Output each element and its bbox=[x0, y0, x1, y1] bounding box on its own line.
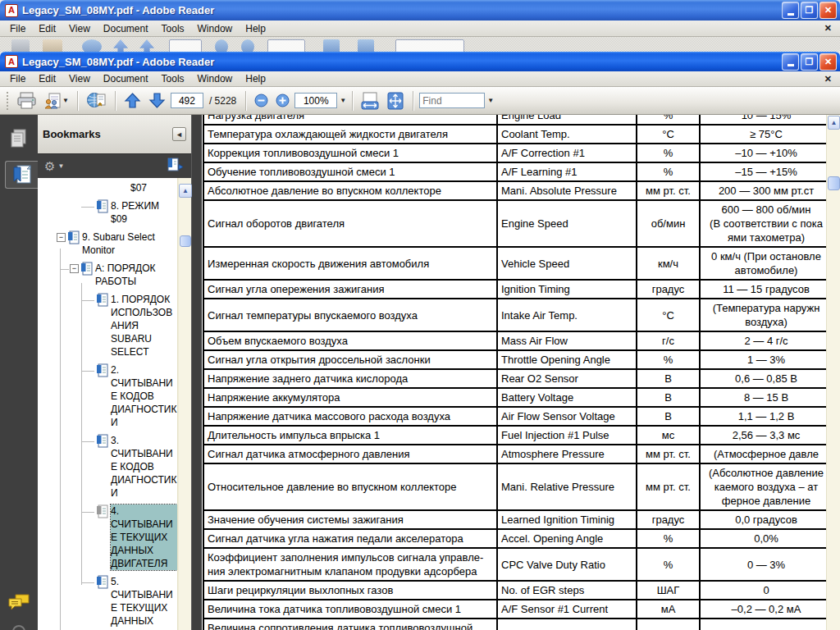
toolbar-grip[interactable] bbox=[6, 91, 10, 111]
bookmarks-scrollbar[interactable]: ▲ bbox=[178, 178, 191, 630]
scroll-up-button[interactable]: ▲ bbox=[828, 116, 840, 130]
expand-current-bookmark-button[interactable] bbox=[167, 158, 185, 176]
param-description-ru: Напряжение аккумулятора bbox=[203, 388, 497, 407]
bookmark-label: 9. Subaru Select Monitor bbox=[82, 231, 174, 257]
bookmark-item[interactable]: $07 bbox=[38, 181, 177, 194]
menu-view[interactable]: View bbox=[62, 21, 97, 36]
expander-minus-icon[interactable]: − bbox=[57, 233, 66, 242]
fit-page-button[interactable] bbox=[384, 90, 407, 112]
menubar-close-icon[interactable]: ✕ bbox=[824, 23, 837, 34]
ghost-zoom-out-icon bbox=[215, 39, 228, 52]
menu-view[interactable]: View bbox=[62, 71, 97, 86]
zoom-in-button[interactable] bbox=[273, 92, 292, 109]
find-input[interactable] bbox=[419, 93, 485, 108]
param-unit: Ом bbox=[637, 619, 700, 630]
print-button[interactable] bbox=[15, 90, 39, 111]
panel-resize-handle[interactable] bbox=[191, 115, 202, 630]
bookmarks-panel-button[interactable] bbox=[5, 161, 38, 189]
param-description-ru: Объем впускаемого воздуха bbox=[203, 331, 497, 350]
bookmark-item[interactable]: 5. СЧИТЫВАНИЕ ТЕКУЩИХ ДАННЫХ ДВИГАТЕЛЯ bbox=[38, 575, 177, 630]
chevron-down-icon[interactable]: ▼ bbox=[57, 162, 64, 170]
param-name-en: Fuel Injection #1 Pulse bbox=[497, 426, 637, 445]
menu-tools[interactable]: Tools bbox=[155, 71, 191, 86]
zoom-level-select[interactable]: 100% bbox=[294, 93, 337, 108]
comments-icon bbox=[7, 593, 30, 613]
param-unit: об/мин bbox=[637, 200, 700, 247]
window-titlebar[interactable]: A Legacy_SM_08MY.pdf - Adobe Reader ❐ ✕ bbox=[0, 52, 840, 71]
pages-panel-button[interactable] bbox=[5, 125, 33, 153]
close-button[interactable]: ✕ bbox=[819, 2, 837, 19]
bookmarks-panel-header: Bookmarks ◄ bbox=[38, 115, 191, 154]
bookmark-page-icon bbox=[80, 262, 93, 279]
scrollbar-thumb[interactable] bbox=[828, 176, 840, 190]
comments-panel-button[interactable] bbox=[5, 589, 33, 617]
toolbar-separator bbox=[115, 91, 116, 111]
table-row: Коррекция топливовоздушной смеси 1 A/F C… bbox=[203, 144, 826, 162]
ghost-zoom-field bbox=[267, 39, 305, 52]
toolbar-separator bbox=[77, 91, 78, 111]
expand-bookmark-icon bbox=[167, 158, 185, 172]
bookmark-item[interactable]: 1. ПОРЯДОК ИСПОЛЬЗОВ АНИЯ SUBARU SELECT bbox=[38, 293, 177, 358]
ghost-zoom-in-icon bbox=[241, 39, 254, 52]
ghost-email-icon bbox=[43, 39, 62, 52]
menu-window[interactable]: Window bbox=[191, 71, 240, 86]
bookmark-item[interactable]: 3. СЧИТЫВАНИЕ КОДОВ ДИАГНОСТИКИ bbox=[38, 434, 177, 500]
minimize-button[interactable] bbox=[782, 2, 799, 19]
menu-window[interactable]: Window bbox=[191, 21, 240, 36]
email-button[interactable]: ▼ bbox=[41, 91, 71, 111]
param-unit: % bbox=[637, 529, 700, 548]
bookmark-item[interactable]: − А: ПОРЯДОК РАБОТЫ bbox=[38, 262, 177, 288]
close-button[interactable]: ✕ bbox=[819, 53, 837, 71]
background-window-titlebar[interactable]: A Legacy_SM_08MY.pdf - Adobe Reader ❐ ✕ bbox=[0, 0, 840, 21]
menu-document[interactable]: Document bbox=[97, 71, 155, 86]
pages-icon bbox=[9, 128, 29, 149]
menu-tools[interactable]: Tools bbox=[155, 21, 191, 36]
menu-help[interactable]: Help bbox=[239, 71, 272, 86]
fit-width-button[interactable] bbox=[358, 90, 381, 112]
spec-table: Нагрузка двигателя Engine Load % 10 — 15… bbox=[203, 115, 826, 630]
fit-width-icon bbox=[361, 92, 379, 110]
bookmarks-toolbar: ⚙ ▼ bbox=[38, 154, 191, 178]
next-page-button[interactable] bbox=[146, 90, 168, 111]
options-gear-icon[interactable]: ⚙ bbox=[44, 160, 55, 172]
param-description-ru: Сигнал датчика атмосферного давления bbox=[203, 445, 497, 463]
attachments-panel-button[interactable] bbox=[12, 625, 25, 630]
collapse-panel-button[interactable]: ◄ bbox=[172, 127, 186, 141]
page-number-input[interactable] bbox=[171, 93, 203, 108]
menubar-close-icon[interactable]: ✕ bbox=[824, 74, 837, 84]
restore-button[interactable]: ❐ bbox=[801, 2, 818, 19]
scrollbar-thumb[interactable] bbox=[180, 235, 191, 247]
menu-edit[interactable]: Edit bbox=[32, 21, 62, 36]
param-description-ru: Температура охлаждающей жидкости двигате… bbox=[203, 125, 497, 144]
restore-button[interactable]: ❐ bbox=[801, 53, 818, 71]
menu-help[interactable]: Help bbox=[239, 21, 272, 36]
expander-minus-icon[interactable]: − bbox=[70, 264, 79, 273]
param-name-en: A/F Sensor #1 Current bbox=[497, 600, 637, 619]
bookmark-label: 3. СЧИТЫВАНИЕ КОДОВ ДИАГНОСТИКИ bbox=[111, 434, 177, 500]
bookmark-item[interactable]: 2. СЧИТЫВАНИЕ КОДОВ ДИАГНОСТИКИ bbox=[38, 363, 177, 429]
chevron-down-icon[interactable]: ▼ bbox=[487, 98, 494, 104]
param-value: 11 — 15 градусов bbox=[700, 280, 826, 299]
param-description-ru: Величина тока датчика топливовоздушной с… bbox=[203, 600, 497, 619]
menu-document[interactable]: Document bbox=[97, 21, 155, 36]
param-value: 0 — 3% bbox=[700, 548, 826, 581]
chevron-down-icon[interactable]: ▼ bbox=[340, 98, 346, 104]
param-unit: г/с bbox=[637, 331, 700, 350]
bookmark-item[interactable]: 4. СЧИТЫВАНИЕ ТЕКУЩИХ ДАННЫХ ДВИГАТЕЛЯ bbox=[38, 504, 177, 570]
previous-page-button[interactable] bbox=[121, 90, 144, 111]
bookmark-item[interactable]: − 9. Subaru Select Monitor bbox=[38, 231, 177, 257]
menu-file[interactable]: File bbox=[3, 71, 32, 86]
web-upload-button[interactable] bbox=[84, 90, 109, 112]
minimize-button[interactable] bbox=[782, 53, 799, 71]
zoom-out-icon bbox=[254, 94, 268, 107]
param-value: 1 — 3% bbox=[700, 350, 826, 369]
param-value: 0,0 градусов bbox=[700, 510, 826, 529]
menu-file[interactable]: File bbox=[3, 21, 32, 36]
param-name-en: Ignition Timing bbox=[497, 280, 637, 299]
bookmark-item[interactable]: 8. РЕЖИМ $09 bbox=[38, 199, 177, 226]
document-scrollbar[interactable]: ▲ bbox=[826, 115, 840, 630]
menu-edit[interactable]: Edit bbox=[32, 71, 62, 86]
scroll-up-button[interactable]: ▲ bbox=[179, 184, 192, 198]
table-row: Напряжение датчика массового расхода воз… bbox=[203, 407, 826, 426]
zoom-out-button[interactable] bbox=[252, 92, 271, 109]
